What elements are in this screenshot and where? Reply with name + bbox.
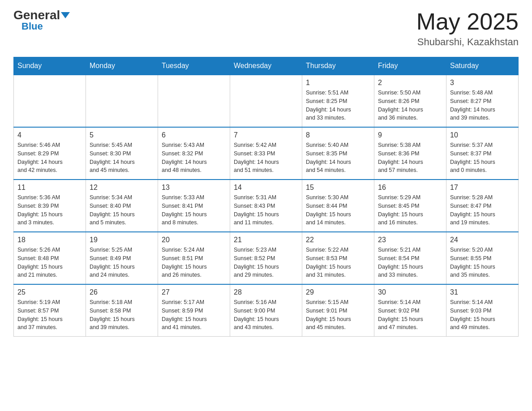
day-number: 8: [306, 131, 370, 139]
calendar-cell: 15Sunrise: 5:30 AMSunset: 8:44 PMDayligh…: [302, 180, 374, 232]
calendar-cell: 6Sunrise: 5:43 AMSunset: 8:32 PMDaylight…: [158, 127, 230, 180]
day-number: 12: [90, 184, 154, 192]
day-number: 29: [306, 288, 370, 296]
day-info: Sunrise: 5:33 AMSunset: 8:41 PMDaylight:…: [162, 193, 226, 227]
location-subtitle: Shubarshi, Kazakhstan: [416, 36, 519, 48]
calendar-cell: 9Sunrise: 5:38 AMSunset: 8:36 PMDaylight…: [374, 127, 446, 180]
day-number: 20: [162, 236, 226, 244]
day-info: Sunrise: 5:40 AMSunset: 8:35 PMDaylight:…: [306, 141, 370, 175]
day-number: 24: [450, 236, 515, 244]
week-row-1: 1Sunrise: 5:51 AMSunset: 8:25 PMDaylight…: [14, 75, 519, 127]
day-number: 17: [450, 184, 515, 192]
day-info: Sunrise: 5:17 AMSunset: 8:59 PMDaylight:…: [162, 298, 226, 332]
day-info: Sunrise: 5:28 AMSunset: 8:47 PMDaylight:…: [450, 193, 515, 227]
day-info: Sunrise: 5:29 AMSunset: 8:45 PMDaylight:…: [378, 193, 442, 227]
calendar-header-saturday: Saturday: [446, 57, 519, 75]
day-number: 19: [90, 236, 154, 244]
day-number: 2: [378, 79, 442, 87]
day-number: 5: [90, 131, 154, 139]
day-number: 22: [306, 236, 370, 244]
week-row-2: 4Sunrise: 5:46 AMSunset: 8:29 PMDaylight…: [14, 127, 519, 180]
calendar-cell: 18Sunrise: 5:26 AMSunset: 8:48 PMDayligh…: [14, 232, 86, 284]
calendar-cell: 31Sunrise: 5:14 AMSunset: 9:03 PMDayligh…: [446, 284, 519, 337]
calendar-cell: 3Sunrise: 5:48 AMSunset: 8:27 PMDaylight…: [446, 75, 519, 127]
logo: General Blue: [13, 9, 70, 31]
day-number: 13: [162, 184, 226, 192]
calendar-cell: 27Sunrise: 5:17 AMSunset: 8:59 PMDayligh…: [158, 284, 230, 337]
calendar-cell: 4Sunrise: 5:46 AMSunset: 8:29 PMDaylight…: [14, 127, 86, 180]
calendar-header-sunday: Sunday: [14, 57, 86, 75]
calendar-cell: 25Sunrise: 5:19 AMSunset: 8:57 PMDayligh…: [14, 284, 86, 337]
day-info: Sunrise: 5:30 AMSunset: 8:44 PMDaylight:…: [306, 193, 370, 227]
calendar-cell: 20Sunrise: 5:24 AMSunset: 8:51 PMDayligh…: [158, 232, 230, 284]
day-info: Sunrise: 5:16 AMSunset: 9:00 PMDaylight:…: [234, 298, 298, 332]
calendar-header-monday: Monday: [86, 57, 158, 75]
day-info: Sunrise: 5:50 AMSunset: 8:26 PMDaylight:…: [378, 89, 442, 122]
day-info: Sunrise: 5:15 AMSunset: 9:01 PMDaylight:…: [306, 298, 370, 332]
day-info: Sunrise: 5:42 AMSunset: 8:33 PMDaylight:…: [234, 141, 298, 175]
day-number: 16: [378, 184, 442, 192]
calendar-cell: 30Sunrise: 5:14 AMSunset: 9:02 PMDayligh…: [374, 284, 446, 337]
calendar-header-tuesday: Tuesday: [158, 57, 230, 75]
day-info: Sunrise: 5:23 AMSunset: 8:52 PMDaylight:…: [234, 246, 298, 279]
day-info: Sunrise: 5:14 AMSunset: 9:02 PMDaylight:…: [378, 298, 442, 332]
day-info: Sunrise: 5:19 AMSunset: 8:57 PMDaylight:…: [17, 298, 82, 332]
calendar-table: SundayMondayTuesdayWednesdayThursdayFrid…: [13, 57, 519, 337]
calendar-cell: 10Sunrise: 5:37 AMSunset: 8:37 PMDayligh…: [446, 127, 519, 180]
day-number: 28: [234, 288, 298, 296]
day-info: Sunrise: 5:22 AMSunset: 8:53 PMDaylight:…: [306, 246, 370, 279]
day-info: Sunrise: 5:37 AMSunset: 8:37 PMDaylight:…: [450, 141, 515, 175]
day-number: 25: [17, 288, 82, 296]
day-number: 10: [450, 131, 515, 139]
day-info: Sunrise: 5:46 AMSunset: 8:29 PMDaylight:…: [17, 141, 82, 175]
calendar-cell: 24Sunrise: 5:20 AMSunset: 8:55 PMDayligh…: [446, 232, 519, 284]
calendar-cell: 11Sunrise: 5:36 AMSunset: 8:39 PMDayligh…: [14, 180, 86, 232]
calendar-cell: 19Sunrise: 5:25 AMSunset: 8:49 PMDayligh…: [86, 232, 158, 284]
calendar-cell: 7Sunrise: 5:42 AMSunset: 8:33 PMDaylight…: [230, 127, 302, 180]
calendar-cell: 2Sunrise: 5:50 AMSunset: 8:26 PMDaylight…: [374, 75, 446, 127]
calendar-cell: 17Sunrise: 5:28 AMSunset: 8:47 PMDayligh…: [446, 180, 519, 232]
calendar-header-wednesday: Wednesday: [230, 57, 302, 75]
calendar-cell: 13Sunrise: 5:33 AMSunset: 8:41 PMDayligh…: [158, 180, 230, 232]
day-info: Sunrise: 5:34 AMSunset: 8:40 PMDaylight:…: [90, 193, 154, 227]
day-info: Sunrise: 5:24 AMSunset: 8:51 PMDaylight:…: [162, 246, 226, 279]
day-number: 6: [162, 131, 226, 139]
calendar-cell: [14, 75, 86, 127]
logo-top-line: General: [13, 9, 70, 21]
calendar-cell: [230, 75, 302, 127]
calendar-cell: 26Sunrise: 5:18 AMSunset: 8:58 PMDayligh…: [86, 284, 158, 337]
calendar-cell: 21Sunrise: 5:23 AMSunset: 8:52 PMDayligh…: [230, 232, 302, 284]
day-number: 3: [450, 79, 515, 87]
week-row-5: 25Sunrise: 5:19 AMSunset: 8:57 PMDayligh…: [14, 284, 519, 337]
page-header: General Blue May 2025 Shubarshi, Kazakhs…: [13, 9, 519, 48]
day-info: Sunrise: 5:18 AMSunset: 8:58 PMDaylight:…: [90, 298, 154, 332]
logo-triangle-icon: [61, 12, 70, 18]
calendar-cell: [158, 75, 230, 127]
logo-bottom-line: Blue: [13, 21, 43, 31]
logo-blue-text: Blue: [21, 21, 43, 32]
week-row-3: 11Sunrise: 5:36 AMSunset: 8:39 PMDayligh…: [14, 180, 519, 232]
day-info: Sunrise: 5:45 AMSunset: 8:30 PMDaylight:…: [90, 141, 154, 175]
day-info: Sunrise: 5:38 AMSunset: 8:36 PMDaylight:…: [378, 141, 442, 175]
day-info: Sunrise: 5:20 AMSunset: 8:55 PMDaylight:…: [450, 246, 515, 279]
day-info: Sunrise: 5:31 AMSunset: 8:43 PMDaylight:…: [234, 193, 298, 227]
calendar-cell: 29Sunrise: 5:15 AMSunset: 9:01 PMDayligh…: [302, 284, 374, 337]
calendar-cell: 12Sunrise: 5:34 AMSunset: 8:40 PMDayligh…: [86, 180, 158, 232]
day-info: Sunrise: 5:36 AMSunset: 8:39 PMDaylight:…: [17, 193, 82, 227]
calendar-header-thursday: Thursday: [302, 57, 374, 75]
calendar-header-row: SundayMondayTuesdayWednesdayThursdayFrid…: [14, 57, 519, 75]
day-number: 7: [234, 131, 298, 139]
day-info: Sunrise: 5:14 AMSunset: 9:03 PMDaylight:…: [450, 298, 515, 332]
day-info: Sunrise: 5:25 AMSunset: 8:49 PMDaylight:…: [90, 246, 154, 279]
week-row-4: 18Sunrise: 5:26 AMSunset: 8:48 PMDayligh…: [14, 232, 519, 284]
day-number: 4: [17, 131, 82, 139]
day-number: 14: [234, 184, 298, 192]
calendar-cell: 22Sunrise: 5:22 AMSunset: 8:53 PMDayligh…: [302, 232, 374, 284]
day-number: 9: [378, 131, 442, 139]
title-area: May 2025 Shubarshi, Kazakhstan: [416, 9, 519, 48]
day-number: 23: [378, 236, 442, 244]
calendar-cell: [86, 75, 158, 127]
calendar-cell: 23Sunrise: 5:21 AMSunset: 8:54 PMDayligh…: [374, 232, 446, 284]
day-number: 18: [17, 236, 82, 244]
day-info: Sunrise: 5:21 AMSunset: 8:54 PMDaylight:…: [378, 246, 442, 279]
